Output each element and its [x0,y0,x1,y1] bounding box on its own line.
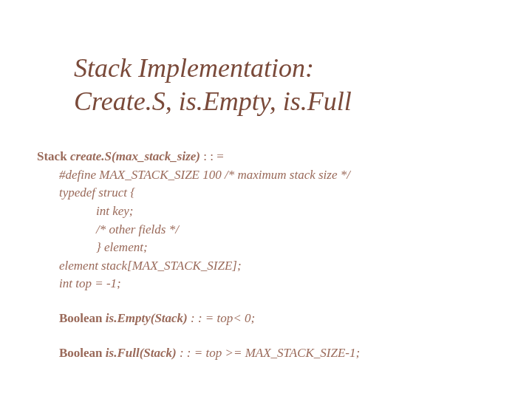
text: is.Full(Stack) [106,346,177,360]
code-line: Stack create.S(max_stack_size) : : = [37,148,495,166]
text: create.S(max_stack_size) [70,149,200,163]
slide: Stack Implementation: Create.S, is.Empty… [0,0,532,384]
code-line: typedef struct { [37,184,495,202]
code-line: Boolean is.Empty(Stack) : : = top< 0; [37,310,495,328]
blank-line [37,293,495,310]
text: : : = [200,149,224,163]
code-body: Stack create.S(max_stack_size) : : = #de… [37,148,495,362]
text: Boolean [59,311,106,325]
slide-title: Stack Implementation: Create.S, is.Empty… [74,52,495,118]
text: : : = top< 0; [188,311,255,325]
code-line: #define MAX_STACK_SIZE 100 /* maximum st… [37,166,495,185]
text: : : = top >= MAX_STACK_SIZE-1; [177,346,360,360]
code-line: } element; [37,239,495,257]
title-line-1: Stack Implementation: [74,53,314,83]
code-line: int top = -1; [37,275,495,293]
title-line-2: Create.S, is.Empty, is.Full [74,86,352,116]
code-line: element stack[MAX_STACK_SIZE]; [37,257,495,276]
code-line: Boolean is.Full(Stack) : : = top >= MAX_… [37,344,495,363]
text: Stack [37,149,70,163]
text: is.Empty(Stack) [106,311,188,325]
code-line: /* other fields */ [37,221,495,239]
text: Boolean [59,346,106,360]
code-line: int key; [37,202,495,221]
blank-line [37,328,495,344]
